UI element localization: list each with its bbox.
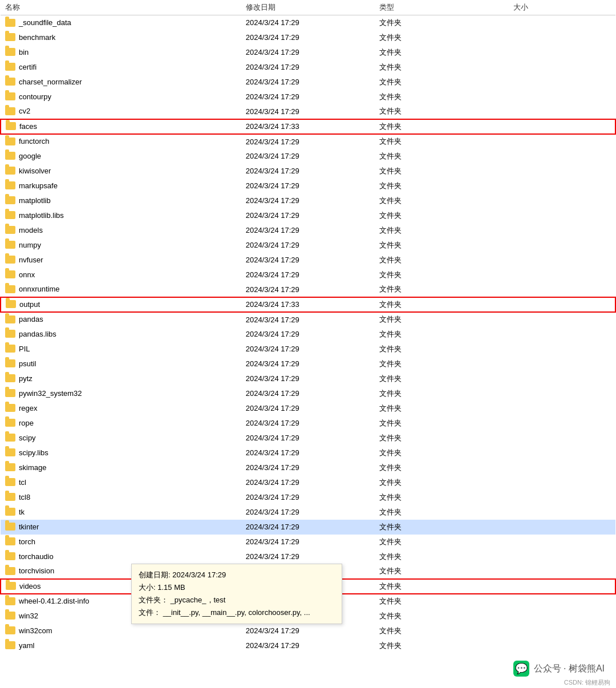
file-size-cell <box>509 416 616 431</box>
file-date-cell: 2024/3/24 17:29 <box>241 475 375 490</box>
file-name-label: onnxruntime <box>19 285 60 293</box>
file-date-cell: 2024/3/24 17:33 <box>241 119 375 134</box>
file-name-cell: psutil <box>1 357 241 371</box>
file-type-cell: 文件夹 <box>375 15 508 30</box>
folder-icon <box>5 19 15 27</box>
table-row[interactable]: regex2024/3/24 17:29文件夹 <box>1 401 615 416</box>
table-row[interactable]: functorch2024/3/24 17:29文件夹 <box>1 134 615 149</box>
file-size-cell <box>509 564 616 579</box>
table-row[interactable]: contourpy2024/3/24 17:29文件夹 <box>1 90 615 104</box>
file-size-cell <box>509 164 616 179</box>
table-row[interactable]: matplotlib2024/3/24 17:29文件夹 <box>1 193 615 208</box>
table-row[interactable]: markupsafe2024/3/24 17:29文件夹 <box>1 179 615 193</box>
table-header-row: 名称 修改日期 类型 大小 <box>1 0 615 15</box>
tooltip-folder-row: 文件夹： _pycache_，test <box>139 594 335 606</box>
file-size-cell <box>509 401 616 416</box>
file-name-label: functorch <box>19 137 49 145</box>
table-row[interactable]: pandas2024/3/24 17:29文件夹 <box>1 312 615 327</box>
file-type-cell: 文件夹 <box>375 90 508 104</box>
file-date-cell: 2024/3/24 17:29 <box>241 179 375 193</box>
file-name-label: matplotlib <box>19 196 51 205</box>
file-type-cell: 文件夹 <box>375 30 508 45</box>
file-size-cell <box>509 490 616 505</box>
table-row[interactable]: scipy2024/3/24 17:29文件夹 <box>1 431 615 446</box>
file-type-cell: 文件夹 <box>375 164 508 179</box>
table-row[interactable]: psutil2024/3/24 17:29文件夹 <box>1 357 615 371</box>
file-type-cell: 文件夹 <box>375 282 508 297</box>
table-row[interactable]: charset_normalizer2024/3/24 17:29文件夹 <box>1 75 615 90</box>
table-row[interactable]: certifi2024/3/24 17:29文件夹 <box>1 60 615 75</box>
file-size-cell <box>509 357 616 371</box>
table-row[interactable]: numpy2024/3/24 17:29文件夹 <box>1 238 615 253</box>
table-row[interactable]: benchmark2024/3/24 17:29文件夹 <box>1 30 615 45</box>
folder-icon <box>5 523 15 531</box>
file-name-cell: tcl8 <box>1 490 241 505</box>
table-row[interactable]: nvfuser2024/3/24 17:29文件夹 <box>1 253 615 268</box>
table-row[interactable]: pywin32_system322024/3/24 17:29文件夹 <box>1 386 615 401</box>
table-row[interactable]: cv22024/3/24 17:29文件夹 <box>1 104 615 119</box>
file-name-cell: numpy <box>1 238 241 253</box>
file-size-cell <box>509 15 616 30</box>
col-header-type: 类型 <box>375 0 508 15</box>
table-row[interactable]: onnxruntime2024/3/24 17:29文件夹 <box>1 282 615 297</box>
table-row[interactable]: models2024/3/24 17:29文件夹 <box>1 223 615 238</box>
folder-icon <box>5 345 15 353</box>
folder-icon <box>5 567 15 575</box>
file-name-label: onnx <box>19 270 35 279</box>
table-row[interactable]: google2024/3/24 17:29文件夹 <box>1 149 615 164</box>
table-row[interactable]: torchaudio2024/3/24 17:29文件夹 <box>1 549 615 564</box>
table-row[interactable]: pytz2024/3/24 17:29文件夹 <box>1 371 615 386</box>
file-type-cell: 文件夹 <box>375 446 508 460</box>
tooltip-size-value: 1.15 MB <box>157 583 185 592</box>
file-date-cell: 2024/3/24 17:29 <box>241 638 375 653</box>
file-size-cell <box>509 460 616 475</box>
table-row[interactable]: win32com2024/3/24 17:29文件夹 <box>1 624 615 638</box>
file-size-cell <box>509 327 616 342</box>
table-row[interactable]: pandas.libs2024/3/24 17:29文件夹 <box>1 327 615 342</box>
table-row[interactable]: tcl82024/3/24 17:29文件夹 <box>1 490 615 505</box>
table-row[interactable]: scipy.libs2024/3/24 17:29文件夹 <box>1 446 615 460</box>
tooltip-size-label: 大小: <box>139 583 156 592</box>
folder-icon <box>5 434 15 442</box>
folder-icon <box>5 107 15 115</box>
file-size-cell <box>509 104 616 119</box>
folder-icon <box>5 137 15 145</box>
table-row[interactable]: PIL2024/3/24 17:29文件夹 <box>1 342 615 357</box>
file-name-cell: regex <box>1 401 241 416</box>
col-header-date[interactable]: 修改日期 <box>241 0 375 15</box>
table-row[interactable]: tcl2024/3/24 17:29文件夹 <box>1 475 615 490</box>
file-size-cell <box>509 90 616 104</box>
folder-icon <box>5 181 15 189</box>
file-name-label: pandas.libs <box>19 330 56 338</box>
folder-icon <box>5 493 15 501</box>
file-date-cell: 2024/3/24 17:29 <box>241 446 375 460</box>
file-type-cell: 文件夹 <box>375 223 508 238</box>
table-row[interactable]: kiwisolver2024/3/24 17:29文件夹 <box>1 164 615 179</box>
table-row[interactable]: tk2024/3/24 17:29文件夹 <box>1 505 615 520</box>
file-size-cell <box>509 149 616 164</box>
file-type-cell: 文件夹 <box>375 609 508 624</box>
watermark-text: 公众号 · 树袋熊AI <box>534 663 605 675</box>
table-row[interactable]: yaml2024/3/24 17:29文件夹 <box>1 638 615 653</box>
table-row[interactable]: faces2024/3/24 17:33文件夹 <box>1 119 615 134</box>
table-row[interactable]: _soundfile_data2024/3/24 17:29文件夹 <box>1 15 615 30</box>
tooltip-created-value: 2024/3/24 17:29 <box>172 570 226 579</box>
file-date-cell: 2024/3/24 17:29 <box>241 490 375 505</box>
file-name-label: torchaudio <box>19 552 54 561</box>
file-name-cell: pandas <box>1 312 241 327</box>
table-row[interactable]: onnx2024/3/24 17:29文件夹 <box>1 268 615 282</box>
file-type-cell: 文件夹 <box>375 490 508 505</box>
table-row[interactable]: skimage2024/3/24 17:29文件夹 <box>1 460 615 475</box>
file-size-cell <box>509 75 616 90</box>
table-row[interactable]: output2024/3/24 17:33文件夹 <box>1 297 615 312</box>
file-name-cell: kiwisolver <box>1 164 241 179</box>
tooltip-folder-value: _pycache_，test <box>171 596 226 604</box>
table-row[interactable]: rope2024/3/24 17:29文件夹 <box>1 416 615 431</box>
folder-icon <box>5 597 15 605</box>
table-row[interactable]: matplotlib.libs2024/3/24 17:29文件夹 <box>1 208 615 223</box>
table-row[interactable]: tkinter2024/3/24 17:29文件夹 <box>1 520 615 535</box>
table-row[interactable]: bin2024/3/24 17:29文件夹 <box>1 45 615 60</box>
file-name-label: pywin32_system32 <box>19 389 82 398</box>
col-header-name[interactable]: 名称 <box>1 0 241 15</box>
table-row[interactable]: torch2024/3/24 17:29文件夹 <box>1 535 615 549</box>
